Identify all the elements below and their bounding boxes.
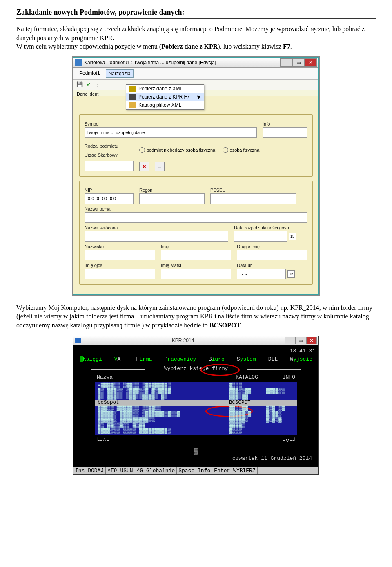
data-rozp-input[interactable] [234,231,287,242]
nazwa-skr-label: Nazwa skrócona [85,225,228,230]
console-title: KPR 2014 [172,338,194,343]
dd-pobierz-kpr[interactable]: Pobierz dane z KPR F7 [126,93,204,101]
urzad-clear-button[interactable]: ✖ [139,162,149,171]
radio1-label: podmiot niebędący osobą fizyczną [147,148,215,152]
console-maximize-button[interactable]: ▭ [296,337,306,344]
menubar: Podmiot1 Narzędzia [74,68,318,80]
dd-kpr-label: Pobierz dane z KPR F7 [138,94,189,100]
imie-matki-input[interactable] [161,269,232,279]
info-input[interactable] [263,127,307,138]
group-idnum: NIP Regon PESEL Nazwa pełna Nazwa skró [79,181,313,285]
radio-osoba[interactable]: osoba fizyczna [223,147,260,153]
menu-podmiot1[interactable]: Podmiot1 [77,69,102,78]
key-f9: ^F9-USUŃ [106,467,135,474]
scroll-down-icon[interactable]: -v-┘ [282,437,296,444]
imie-ojca-label: Imię ojca [85,263,155,268]
form-body: Symbol Info Rodzaj podmiotu Urząd Skarbo… [74,96,318,294]
maximize-button[interactable]: ▭ [292,58,305,67]
calendar-icon[interactable]: 15 [287,270,295,278]
nazwisko-input[interactable] [85,250,155,260]
menu-system[interactable]: System [237,356,256,362]
app-icon [75,59,82,66]
menu-narzedzia[interactable]: Narzędzia [106,69,134,78]
table-row[interactable]: ▓▓▓▓▓▒ ▓▓▓▓▓▓▓▓▓▒▒▓▓▓▓▓▒▓▒▓▒▓ [95,417,297,423]
radio2-label: osoba fizyczna [230,148,260,152]
para1-text-b: W tym celu wybieramy odpowiednią pozycję… [16,43,161,50]
xml-icon [129,86,136,92]
firm-list-box: Wybierz księgę firmy Nazwa KATALOG INFO … [91,369,301,445]
data-ur-input[interactable] [237,269,286,279]
dd-katalog-label: Katalog plików XML [138,102,181,108]
window-title: Kartoteka Podmiotu1 : Twoja firma ... uz… [84,60,216,65]
firm-rows[interactable]: ▪▓▓▓▓▒▒ ▒▓▓▒▒ ▒▓▓▓▓▓▓▓▒▓▒▒▒▓▒ ▓▓▓▒▒ ▒▓▓▓… [95,382,297,435]
close-button[interactable]: ✕ [305,58,317,67]
console-minimize-button[interactable]: — [285,337,296,344]
nip-input[interactable] [85,193,134,204]
rodzaj-label: Rodzaj podmiotu [85,143,134,148]
doc-para-2: Wybieramy Mój Komputer, następnie dysk n… [16,303,376,330]
doc-para-1: Na tej formatce, składającej się z trzec… [16,25,376,51]
minimize-button[interactable]: — [280,58,292,67]
nazwa-skr-input[interactable] [85,231,228,242]
key-space: Space-Info [177,467,212,474]
urzad-input[interactable] [85,161,134,171]
para2-bold: BCSOPOT [209,322,241,329]
menu-pracownicy[interactable]: Pracownicy [165,356,196,362]
titlebar: Kartoteka Podmiotu1 : Twoja firma ... uz… [74,58,318,68]
table-row[interactable]: ▓▒ ▓▓▒▒▓▒▒ ▓▒▓▓▓▓▓▓▒ [95,423,297,428]
table-row[interactable]: ▪▓▓▓▓▒▒ ▒▓▓▒▒ ▒▓▓▓▓▓▓▓▒▓▒▒▒ [95,383,297,388]
console-close-button[interactable]: ✕ [306,337,317,344]
para1-bold2: F7 [283,43,290,50]
regon-label: Regon [139,188,205,193]
dd-katalog-xml[interactable]: Katalog plików XML [126,101,204,109]
col-nazwa: Nazwa [97,374,113,380]
imie-input[interactable] [161,250,232,260]
info-label: Info [263,121,307,126]
nazwisko-label: Nazwisko [85,244,155,249]
check-icon[interactable]: ✔ [85,81,92,88]
table-row[interactable]: ▓▒ ▓▓▓▒▒ ▒▓▓▓▒▒▓ ▓▒▓▓▓▓▓▓▓▒▒▓▓▓▓▓▓▒▒ [95,388,297,394]
tool-icon[interactable]: ⋮ [94,81,101,88]
status-date: czwartek 11 Grudzień 2014 [232,455,312,462]
doc-heading: Zakładanie nowych Podmiotów, poprawienie… [16,8,376,17]
console-body: 18:41:31 Księgi VAT Firma Pracownicy Biu… [74,345,318,467]
regon-input[interactable] [139,193,205,204]
toolbar: 💾 ✔ ⋮ Pobierz dane z XML Pobierz dane z … [74,80,318,90]
wait-indicator: ▓ [77,448,315,455]
para1-text-c: ), lub wciskamy klawisz [218,43,283,50]
app-window: Kartoteka Podmiotu1 : Twoja firma ... uz… [73,57,319,295]
table-row[interactable]: ▓▓▓▒▒ ▓▓▓▓▓▒▒ ▒▒▓▓▒▒▓▓▒▒▓▓▓▒▓ ▒▓ [95,406,297,411]
imie-ojca-input[interactable] [85,269,155,279]
drugie-input[interactable] [237,250,307,260]
scroll-up-icon[interactable]: └-^- [96,437,110,444]
nazwa-pelna-input[interactable] [85,212,307,223]
folder-icon [129,102,136,108]
table-row[interactable]: ▓▓▓▓▒▒▒ ▒▒▒▒ ▓▓▓▓▓▓▓▓▓▒▓▒▒▒ [95,428,297,434]
save-icon[interactable]: 💾 [76,81,83,88]
pesel-input[interactable] [210,193,296,204]
pesel-label: PESEL [210,188,296,193]
symbol-input[interactable] [85,127,257,138]
menu-ksiegi[interactable]: Księgi [80,356,102,362]
para1-text-d: . [290,43,292,50]
menu-firma[interactable]: Firma [136,356,152,362]
table-row[interactable]: ▓▒ ▓▓▓▒▒ ▒▓▓▒▒▓▓▓▓▒ ▓▒▓▓▓▒▓▓ [95,394,297,400]
col-info: INFO [283,374,295,380]
table-row[interactable]: bcSopotBCSOPOT [95,400,297,406]
dd-xml-label: Pobierz dane z XML [138,86,183,92]
console-topmenu: Księgi VAT Firma Pracownicy Biuro System… [77,355,315,363]
data-rozp-label: Data rozp.działalności gosp. [234,225,307,230]
menu-vat[interactable]: VAT [114,356,124,362]
table-row[interactable]: ▓▓▓▓▓▒ ▓▓▓▓▒▒ ▒▓▓▓▓▓▓▒▓▒▒▓▓▓▓▓▓▒▓▓▒▓▓▒ [95,411,297,417]
menu-wyjscie[interactable]: Wyjście [290,356,312,362]
urzad-browse-button[interactable]: ... [155,162,165,171]
console-titlebar: KPR 2014 — ▭ ✕ [74,336,318,345]
menu-biuro[interactable]: Biuro [209,356,225,362]
radio-icon [139,147,145,153]
dd-pobierz-xml[interactable]: Pobierz dane z XML [126,85,204,93]
radio-podmiot[interactable]: podmiot niebędący osobą fizyczną [139,147,215,153]
imie-label: Imię [161,244,232,249]
calendar-icon[interactable]: 15 [289,233,296,240]
nazwa-pelna-label: Nazwa pełna [85,206,307,211]
menu-dll[interactable]: DLL [268,356,278,362]
